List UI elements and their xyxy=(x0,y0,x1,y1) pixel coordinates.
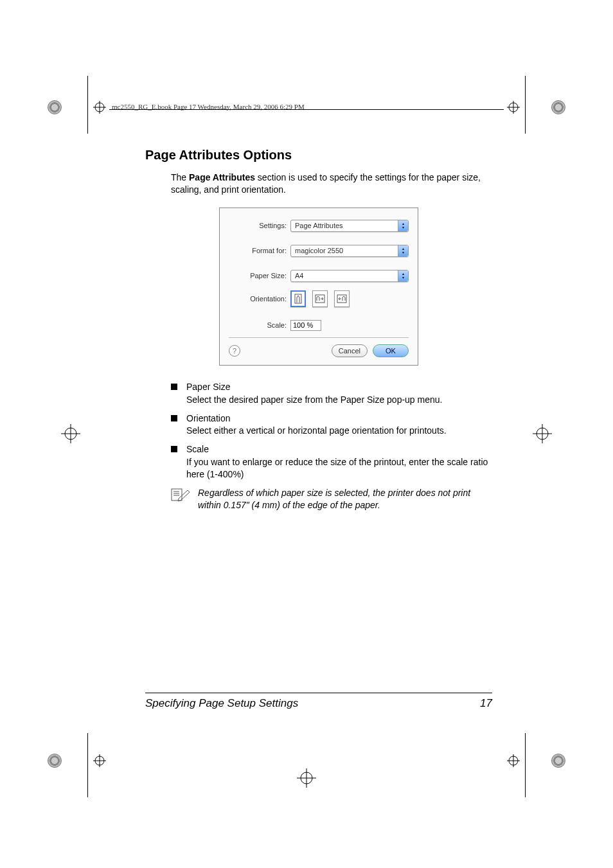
registration-mark-icon xyxy=(93,101,106,114)
crop-line xyxy=(525,76,526,134)
crop-dot xyxy=(48,100,62,114)
square-bullet-icon xyxy=(171,415,177,421)
popup-arrows-icon xyxy=(398,220,408,231)
settings-label: Settings: xyxy=(229,222,290,229)
footer-page-number: 17 xyxy=(480,697,492,710)
square-bullet-icon xyxy=(171,384,177,390)
registration-mark-icon xyxy=(93,754,106,767)
format-for-label: Format for: xyxy=(229,247,290,254)
crop-line xyxy=(87,76,88,134)
list-item-title: Paper Size xyxy=(186,381,442,393)
registration-mark-icon xyxy=(61,424,80,443)
orientation-landscape-left-button[interactable] xyxy=(312,290,328,307)
popup-arrows-icon xyxy=(398,270,408,281)
list-item-desc: If you want to enlarge or reduce the siz… xyxy=(186,457,488,479)
section-heading: Page Attributes Options xyxy=(145,148,492,163)
list-item-title: Orientation xyxy=(186,412,447,425)
registration-mark-icon xyxy=(507,754,520,767)
registration-mark-icon xyxy=(507,101,520,114)
intro-paragraph: The Page Attributes section is used to s… xyxy=(171,172,492,196)
crop-dot xyxy=(48,754,62,768)
note-icon xyxy=(171,487,193,511)
list-item-desc: Select either a vertical or horizontal p… xyxy=(186,425,447,436)
footer-rule xyxy=(145,693,492,693)
list-item: ScaleIf you want to enlarge or reduce th… xyxy=(171,443,492,481)
list-item: OrientationSelect either a vertical or h… xyxy=(171,412,492,438)
orientation-label: Orientation: xyxy=(229,295,290,303)
scale-label: Scale: xyxy=(229,321,290,329)
crop-line xyxy=(525,733,526,797)
list-item-title: Scale xyxy=(186,443,492,456)
ok-button[interactable]: OK xyxy=(373,344,409,357)
svg-rect-24 xyxy=(172,489,182,500)
square-bullet-icon xyxy=(171,446,177,452)
registration-mark-icon xyxy=(533,424,552,443)
document-header: mc2550_RG_E.book Page 17 Wednesday, Marc… xyxy=(112,103,305,111)
page-setup-dialog: Settings: Page Attributes Format for: ma… xyxy=(219,208,418,366)
paper-size-popup[interactable]: A4 xyxy=(290,270,409,282)
crop-line xyxy=(87,733,88,797)
list-item: Paper SizeSelect the desired paper size … xyxy=(171,381,492,406)
orientation-portrait-button[interactable] xyxy=(290,290,306,307)
scale-input[interactable] xyxy=(290,320,321,331)
cancel-button[interactable]: Cancel xyxy=(332,344,368,357)
settings-popup[interactable]: Page Attributes xyxy=(290,220,409,232)
orientation-landscape-right-button[interactable] xyxy=(334,290,350,307)
note-block: Regardless of which paper size is select… xyxy=(171,487,492,511)
format-for-popup[interactable]: magicolor 2550 xyxy=(290,245,409,257)
help-button[interactable]: ? xyxy=(229,345,240,357)
dialog-separator xyxy=(229,337,409,338)
footer-title: Specifying Page Setup Settings xyxy=(145,697,298,710)
list-item-desc: Select the desired paper size from the P… xyxy=(186,394,442,405)
paper-size-label: Paper Size: xyxy=(229,272,290,279)
note-text: Regardless of which paper size is select… xyxy=(198,487,492,511)
crop-dot xyxy=(551,100,565,114)
crop-dot xyxy=(551,754,565,768)
options-list: Paper SizeSelect the desired paper size … xyxy=(171,381,492,481)
registration-mark-icon xyxy=(297,768,316,788)
popup-arrows-icon xyxy=(398,245,408,256)
